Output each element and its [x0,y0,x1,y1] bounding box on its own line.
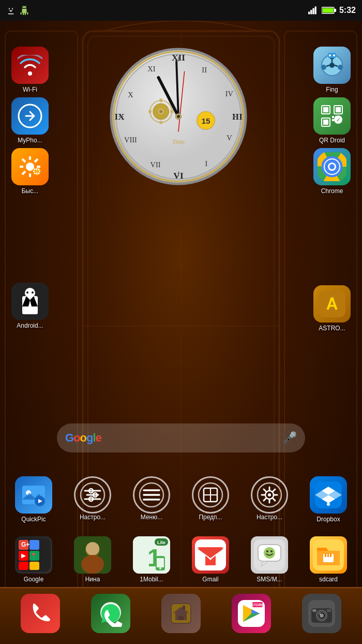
app-dropbox[interactable]: Dropbox [303,476,354,523]
left-column: Wi-Fi MyPho... [4,47,56,329]
app-wifi[interactable]: Wi-Fi [4,47,56,93]
signal-icon [308,6,319,15]
status-bar: 5:32 [0,0,362,21]
svg-rect-13 [334,9,336,12]
svg-rect-70 [323,107,328,112]
app-wifi-label: Wi-Fi [23,86,37,93]
svg-point-49 [159,110,162,113]
svg-rect-180 [327,609,331,612]
svg-text:VIII: VIII [124,136,137,144]
middle-app-row: QuickPic Настро... [4,476,358,523]
svg-text:XI: XI [147,65,155,73]
svg-text:IV: IV [225,90,234,98]
svg-rect-77 [332,116,334,118]
svg-point-21 [32,291,34,294]
right-column: Fing ✓ [306,47,358,332]
svg-text:STORE: STORE [251,603,264,607]
app-quickpic-label: QuickPic [21,516,46,523]
svg-rect-14 [322,8,333,13]
svg-point-86 [329,164,335,169]
app-fing[interactable]: Fing [306,47,358,93]
svg-line-119 [264,499,266,501]
app-nastro2[interactable]: Настро... [244,476,295,523]
svg-text:X: X [128,91,133,99]
usb-icon [6,6,16,15]
svg-rect-164 [178,616,184,620]
svg-point-125 [327,503,330,506]
app-astro-label: ASTRO... [319,325,345,332]
svg-point-20 [26,291,28,294]
svg-text:II: II [202,66,207,74]
svg-point-111 [268,493,271,496]
app-qrdroid-label: QR Droid [319,137,345,144]
app-quickpic[interactable]: QuickPic [8,476,59,523]
dock-camera[interactable] [301,594,342,633]
svg-text:★: ★ [329,296,335,302]
svg-rect-46 [171,110,174,113]
app-settings-fast-label: Быс... [22,187,39,195]
dock-playstore[interactable]: STORE [231,594,272,633]
app-myphone[interactable]: MyPho... [4,97,56,144]
svg-point-60 [321,65,326,70]
svg-text:Time: Time [172,138,185,145]
app-menu[interactable]: Меню... [126,476,177,523]
svg-rect-10 [312,8,314,14]
svg-line-116 [264,489,266,492]
status-right-icons: 5:32 [308,6,356,15]
app-chrome-label: Chrome [321,187,343,195]
svg-point-178 [319,613,321,615]
mic-icon[interactable]: 🎤 [283,431,297,445]
svg-point-16 [26,163,34,171]
svg-rect-78 [332,119,334,121]
android-icon [20,6,29,15]
app-nastro2-label: Настро... [257,514,282,521]
battery-icon [322,6,336,14]
dock-home[interactable] [160,594,202,633]
svg-text:15: 15 [201,116,210,125]
svg-rect-45 [148,110,152,113]
app-dropbox-label: Dropbox [316,516,340,523]
app-settings-fast[interactable]: Быс... [4,148,56,195]
svg-line-118 [273,489,276,492]
svg-text:V: V [227,134,232,142]
dock-phone[interactable] [20,594,61,633]
svg-text:I: I [205,159,208,168]
time-display: 5:32 [339,6,356,15]
google-logo: Google [65,431,101,445]
search-bar[interactable]: Google 🎤 [57,423,305,452]
svg-rect-179 [312,609,316,612]
svg-rect-72 [336,107,341,112]
app-menu-label: Меню... [141,514,162,521]
app-fing-label: Fing [326,86,338,93]
svg-rect-74 [323,120,328,125]
svg-rect-79 [335,116,337,118]
svg-point-67 [329,54,331,56]
app-qrdroid[interactable]: ✓ QR Droid [306,97,358,144]
app-android-label: Android... [17,322,43,329]
clock-widget: XII VI III IX II IV V VII VIII X XI I [109,47,253,192]
app-chrome[interactable]: Chrome [306,148,358,195]
svg-rect-8 [308,12,310,14]
app-nastro1[interactable]: Настро... [67,476,118,523]
svg-point-61 [338,65,343,70]
svg-rect-9 [310,10,312,14]
svg-point-68 [333,54,335,56]
svg-rect-44 [159,121,162,124]
svg-text:VII: VII [150,160,161,169]
svg-line-117 [273,499,276,501]
svg-point-62 [329,63,335,68]
svg-rect-165 [183,606,185,610]
status-left-icons [6,6,29,15]
app-predp-label: Предп... [199,514,222,521]
dock: STORE [0,587,362,644]
app-myphone-label: MyPho... [18,137,42,144]
app-predp[interactable]: Предп... [185,476,236,523]
dock-whatsapp[interactable] [90,594,131,633]
app-nastro1-label: Настро... [80,514,105,521]
svg-point-57 [177,115,180,118]
app-android-tailor[interactable]: Android... [4,283,56,329]
app-astro[interactable]: A ★ ASTRO... [306,285,358,332]
svg-rect-11 [314,7,316,14]
